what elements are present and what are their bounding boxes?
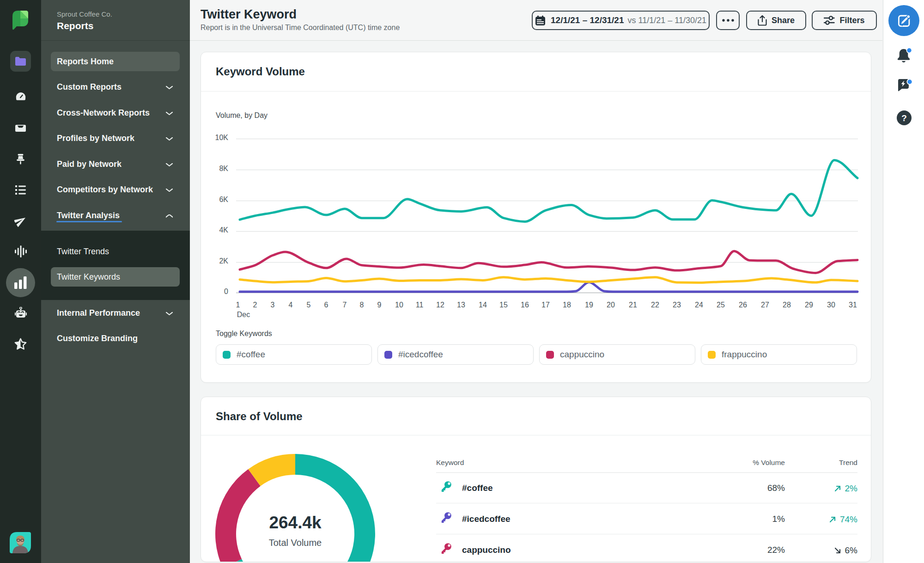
svg-text:?: ? — [901, 113, 907, 123]
